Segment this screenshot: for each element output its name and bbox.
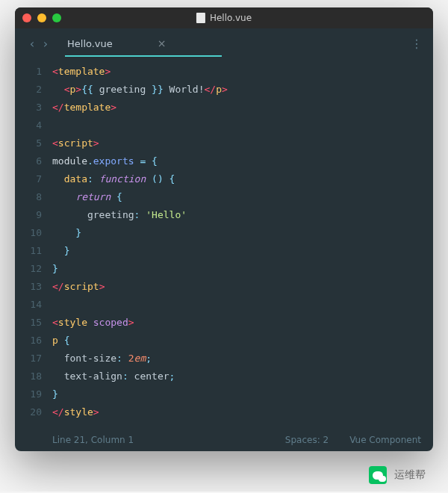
gutter: 1234567891011121314151617181920 [15,63,52,421]
indent-setting[interactable]: Spaces: 2 [285,435,329,445]
title-text: Hello.vue [210,13,252,23]
close-icon[interactable] [22,13,31,22]
titlebar: Hello.vue [15,7,433,28]
statusbar: Line 21, Column 1 Spaces: 2 Vue Componen… [15,429,433,451]
code-area[interactable]: <template> <p>{{ greeting }} World!</p> … [52,63,433,421]
cursor-position[interactable]: Line 21, Column 1 [52,435,134,445]
editor-window: Hello.vue ‹ › Hello.vue × ⋮ 123456789101… [15,7,433,451]
tabbar: ‹ › Hello.vue × ⋮ [15,28,433,58]
tab-close-icon[interactable]: × [158,37,167,49]
attribution: 运维帮 [15,466,433,492]
traffic-lights [22,13,61,22]
tab-label: Hello.vue [67,38,113,49]
syntax-mode[interactable]: Vue Component [349,435,421,445]
attribution-text: 运维帮 [394,468,426,482]
wechat-icon [369,466,387,484]
more-icon[interactable]: ⋮ [411,37,423,51]
editor[interactable]: 1234567891011121314151617181920 <templat… [15,57,433,429]
tab-hello[interactable]: Hello.vue × [67,37,167,49]
nav-back-icon[interactable]: ‹ [25,37,39,51]
nav-forward-icon[interactable]: › [39,37,52,51]
file-icon [196,13,205,23]
maximize-icon[interactable] [52,13,61,22]
window-title: Hello.vue [196,13,252,23]
minimize-icon[interactable] [37,13,46,22]
